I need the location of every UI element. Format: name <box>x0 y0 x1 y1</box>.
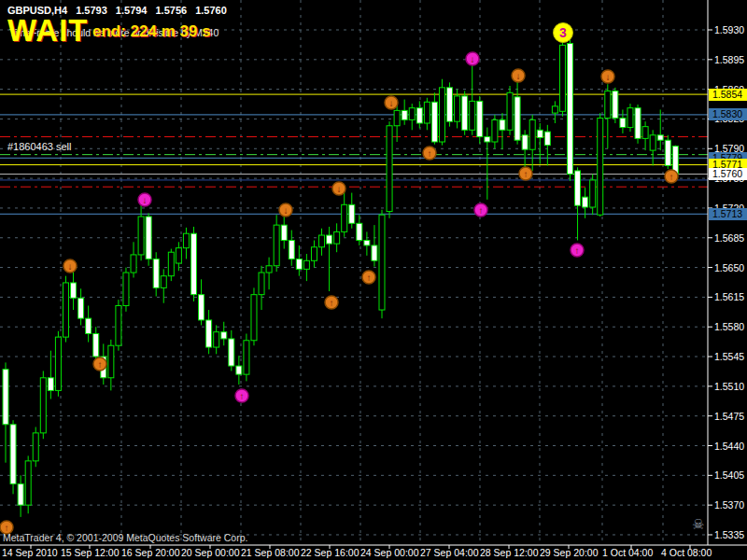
candle-body <box>206 320 212 347</box>
candle-body <box>78 298 84 318</box>
skull-icon: ☠ <box>692 516 704 533</box>
time-axis-label: 22 Sep 16:00 <box>301 547 359 558</box>
arrow-down-icon: ↓ <box>606 72 611 82</box>
candle-body <box>274 225 279 266</box>
price-axis-label: 1.5685 <box>714 232 744 244</box>
candle-body <box>199 295 204 320</box>
candle-body <box>349 204 355 223</box>
candle-body <box>394 110 400 125</box>
candle-body <box>281 225 287 240</box>
candle-body <box>559 45 565 111</box>
candle-body <box>544 132 550 146</box>
price-axis-label: 1.5475 <box>714 411 744 422</box>
candle-body <box>537 130 543 137</box>
candle-body <box>416 108 422 123</box>
arrow-up-icon: ↑ <box>524 169 529 179</box>
arrow-down-icon: ↓ <box>143 195 148 205</box>
candle-body <box>379 215 385 310</box>
candle-body <box>25 461 31 505</box>
time-axis-label: 20 Sep 00:00 <box>181 547 239 558</box>
candle-body <box>402 110 407 119</box>
chart-canvas[interactable]: ↑↓↑↓↑↓↑↓↑↓↑↓↑↓↑↑↓↑3 <box>0 0 747 560</box>
candle-body <box>477 101 483 136</box>
candle-body <box>131 255 136 273</box>
candle-body <box>514 97 520 140</box>
candle-body <box>635 108 641 139</box>
arrow-down-icon: ↓ <box>516 71 521 81</box>
price-axis-label: 1.5545 <box>714 351 744 362</box>
signal-ball: 3 <box>554 23 573 43</box>
candle-body <box>191 233 197 294</box>
price-badge: 1.5854 <box>709 89 747 101</box>
price-axis-label: 1.5580 <box>714 321 744 332</box>
time-axis-label: 29 Sep 20:00 <box>540 547 598 558</box>
candle-body <box>598 119 603 216</box>
candle-body <box>303 260 309 269</box>
time-axis-label: 27 Sep 04:00 <box>420 547 478 558</box>
candle-body <box>342 204 347 231</box>
wait-status-text: WAIT <box>7 15 88 46</box>
candle-body <box>522 135 528 149</box>
arrow-down-icon: ↓ <box>471 54 475 64</box>
open-order-label: #1860463 sell <box>7 141 72 152</box>
signal-ball-number: 3 <box>559 25 567 40</box>
time-axis-label: 16 Sep 20:00 <box>121 547 179 558</box>
time-axis-label: 14 Sep 2010 <box>2 547 58 558</box>
wait-countdown-text: end: 224 m 39 s <box>92 22 211 41</box>
candle-body <box>657 135 663 140</box>
candle-body <box>33 433 38 461</box>
price-badge: 1.5760 <box>709 168 747 180</box>
grid <box>0 0 708 545</box>
candle-body <box>447 88 453 121</box>
arrow-up-icon: ↑ <box>575 245 580 256</box>
arrow-down-icon: ↓ <box>284 205 289 216</box>
candle-body <box>327 235 332 244</box>
candle-body <box>108 345 114 378</box>
arrow-up-icon: ↑ <box>367 273 372 283</box>
arrow-up-icon: ↑ <box>479 205 484 216</box>
arrow-down-icon: ↓ <box>68 261 73 272</box>
candle-body <box>492 119 498 142</box>
high-value: 1.5794 <box>116 5 148 16</box>
price-axis-label: 1.5895 <box>714 54 744 65</box>
arrow-up-icon: ↑ <box>669 172 674 182</box>
candle-body <box>590 180 596 207</box>
candle-body <box>319 235 325 247</box>
candle-body <box>221 332 227 339</box>
price-badge: 1.5830 <box>709 108 747 120</box>
candle-body <box>236 366 242 374</box>
candle-body <box>116 305 121 345</box>
candle-body <box>10 425 16 484</box>
candle-body <box>665 140 670 165</box>
signal-markers: ↑↓↑↓↑↓↑↓↑↓↑↓↑↓↑↑↓↑ <box>0 52 678 534</box>
candle-body <box>229 339 234 366</box>
candle-body <box>296 259 302 269</box>
candle-body <box>620 119 626 128</box>
candle-body <box>266 266 272 273</box>
candle-body <box>86 318 92 333</box>
price-axis-label: 1.5440 <box>714 441 744 452</box>
arrow-down-icon: ↓ <box>337 184 342 194</box>
candle-body <box>40 378 46 433</box>
arrow-up-icon: ↑ <box>330 298 334 308</box>
candle-body <box>93 333 99 357</box>
candle-body <box>55 337 61 390</box>
candle-body <box>439 88 444 142</box>
candle-body <box>424 102 430 123</box>
candle-body <box>372 245 377 260</box>
candle-body <box>251 295 257 341</box>
time-axis-label: 21 Sep 08:00 <box>241 547 299 558</box>
price-axis-label: 1.5930 <box>714 24 744 35</box>
candle-body <box>650 135 655 150</box>
candle-body <box>3 370 8 425</box>
candle-body <box>214 332 219 347</box>
low-value: 1.5756 <box>156 5 188 16</box>
candle-body <box>146 217 151 259</box>
candle-body <box>485 137 490 142</box>
time-axis-label: 1 Oct 04:00 <box>602 547 653 558</box>
candle-body <box>123 273 129 305</box>
arrow-down-icon: ↓ <box>389 98 394 108</box>
candle-body <box>138 217 144 255</box>
price-axis-label: 1.5650 <box>714 262 744 273</box>
time-axis-label: 28 Sep 12:00 <box>480 547 538 558</box>
